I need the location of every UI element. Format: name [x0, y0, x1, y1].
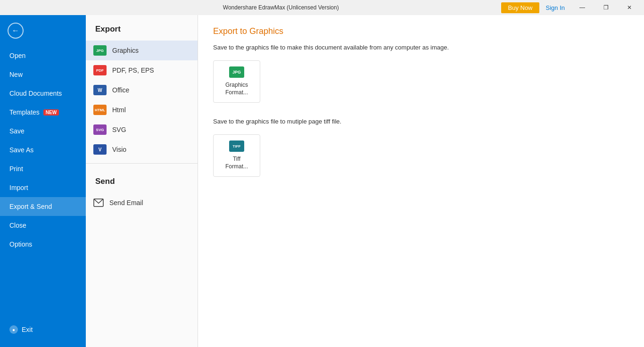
visio-icon: V [93, 144, 107, 155]
exit-icon: ● [9, 325, 18, 334]
content-desc1: Save to the graphics file to make this d… [213, 44, 629, 51]
sidebar-item-save-as[interactable]: Save As [0, 140, 86, 159]
sidebar-item-label: Templates [9, 108, 40, 116]
tiff-format-label: TiffFormat... [225, 156, 248, 170]
export-menu-item-svg[interactable]: SVG SVG [86, 120, 198, 140]
sidebar-item-label: New [9, 71, 23, 78]
sign-in-button[interactable]: Sign In [541, 2, 570, 13]
send-section-title: Send [86, 167, 198, 193]
format-cards-1: JPG GraphicsFormat... [213, 60, 629, 103]
export-menu-item-graphics[interactable]: JPG Graphics [86, 41, 198, 60]
sidebar-item-close[interactable]: Close [0, 216, 86, 235]
titlebar-controls: Buy Now Sign In — ❐ ✕ [501, 0, 640, 15]
titlebar: Wondershare EdrawMax (Unlicensed Version… [0, 0, 644, 15]
sidebar-nav: Open New Cloud Documents Templates NEW S… [0, 46, 86, 320]
export-panel: Export JPG Graphics PDF PDF, PS, EPS W O… [86, 15, 198, 347]
exit-button[interactable]: ● Exit [0, 320, 86, 339]
svg-icon: SVG [93, 124, 107, 135]
office-icon: W [93, 85, 107, 95]
sidebar-item-label: Open [9, 52, 25, 59]
content-area: Export to Graphics Save to the graphics … [198, 15, 644, 347]
sidebar-item-label: Options [9, 240, 32, 248]
sidebar-item-cloud-documents[interactable]: Cloud Documents [0, 84, 86, 103]
sidebar-item-label: Import [9, 184, 28, 191]
app-title: Wondershare EdrawMax (Unlicensed Version… [60, 4, 501, 11]
sidebar-item-save[interactable]: Save [0, 122, 86, 140]
buy-now-button[interactable]: Buy Now [501, 2, 539, 13]
export-menu-label: SVG [112, 126, 126, 133]
minimize-button[interactable]: — [571, 0, 593, 15]
sidebar-item-options[interactable]: Options [0, 235, 86, 254]
export-menu-label: PDF, PS, EPS [112, 66, 154, 74]
export-menu-label: Html [112, 106, 126, 114]
export-menu-label: Graphics [112, 47, 139, 54]
tiff-format-card[interactable]: TIFF TiffFormat... [213, 134, 260, 177]
graphics-format-card[interactable]: JPG GraphicsFormat... [213, 60, 260, 103]
graphics-icon: JPG [93, 45, 107, 56]
sidebar-item-label: Save As [9, 146, 33, 154]
sidebar-item-open[interactable]: Open [0, 46, 86, 65]
divider [86, 163, 198, 164]
back-button[interactable]: ← [0, 15, 86, 46]
back-icon: ← [8, 23, 24, 39]
export-panel-title: Export [86, 15, 198, 41]
content-desc2: Save to the graphics file to mutiple pag… [213, 118, 629, 125]
export-menu-label: Office [112, 86, 129, 94]
sidebar: ← Open New Cloud Documents Templates NEW… [0, 15, 86, 347]
sidebar-item-label: Export & Send [9, 203, 52, 210]
new-badge: NEW [43, 109, 59, 116]
sidebar-item-new[interactable]: New [0, 65, 86, 84]
export-menu-item-office[interactable]: W Office [86, 80, 198, 100]
sidebar-item-import[interactable]: Import [0, 178, 86, 197]
pdf-icon: PDF [93, 65, 107, 75]
html-icon: HTML [93, 105, 107, 115]
sidebar-item-export-send[interactable]: Export & Send [0, 197, 86, 216]
jpg-card-icon: JPG [229, 66, 244, 78]
graphics-format-label: GraphicsFormat... [225, 82, 248, 96]
restore-button[interactable]: ❐ [595, 0, 617, 15]
sidebar-item-label: Close [9, 222, 26, 229]
export-menu-item-html[interactable]: HTML Html [86, 100, 198, 120]
close-button[interactable]: ✕ [619, 0, 640, 15]
exit-label: Exit [22, 326, 33, 333]
format-cards-2: TIFF TiffFormat... [213, 134, 629, 177]
sidebar-item-templates[interactable]: Templates NEW [0, 103, 86, 122]
send-email-label: Send Email [109, 199, 143, 207]
sidebar-item-label: Cloud Documents [9, 90, 62, 97]
sidebar-item-print[interactable]: Print [0, 159, 86, 178]
content-title: Export to Graphics [213, 26, 629, 36]
email-icon [93, 198, 104, 208]
export-menu-item-visio[interactable]: V Visio [86, 140, 198, 159]
sidebar-item-label: Print [9, 165, 23, 173]
export-menu-item-pdf[interactable]: PDF PDF, PS, EPS [86, 60, 198, 80]
tiff-card-icon: TIFF [229, 140, 244, 152]
sidebar-item-label: Save [9, 127, 25, 135]
main-layout: ← Open New Cloud Documents Templates NEW… [0, 15, 644, 347]
send-email-item[interactable]: Send Email [86, 193, 198, 213]
export-menu-label: Visio [112, 146, 126, 153]
